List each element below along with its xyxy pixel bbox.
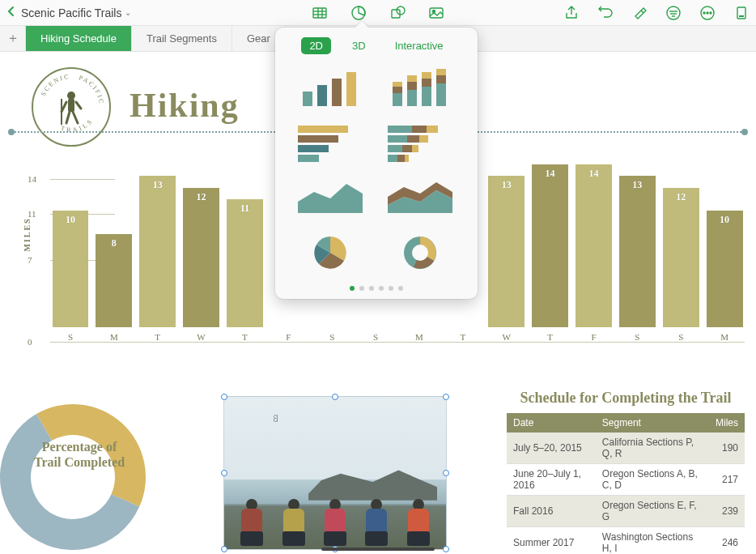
- svg-rect-50: [298, 155, 319, 162]
- thumb-area-stacked[interactable]: [388, 177, 452, 218]
- svg-rect-52: [412, 126, 427, 133]
- svg-rect-42: [422, 79, 431, 87]
- svg-rect-48: [298, 135, 338, 143]
- logo: SCENIC PACIFIC TRAILS: [31, 66, 112, 147]
- bar-col: 13S: [617, 176, 657, 342]
- svg-rect-37: [393, 82, 402, 87]
- bar-col: F: [268, 326, 308, 342]
- bar-col: 12S: [660, 188, 701, 343]
- resize-handle[interactable]: [332, 394, 338, 400]
- more-icon[interactable]: [699, 5, 716, 21]
- chart-picker-popover: 2D 3D Interactive: [275, 28, 478, 299]
- schedule-table[interactable]: DateSegmentMiles July 5–20, 2015Californ…: [507, 413, 745, 554]
- thumb-area[interactable]: [298, 177, 363, 218]
- svg-point-7: [397, 6, 405, 15]
- resize-handle[interactable]: [221, 394, 227, 400]
- chevron-down-icon[interactable]: ⌄: [125, 8, 131, 17]
- right-tools: [563, 5, 750, 21]
- resize-handle[interactable]: [221, 470, 227, 476]
- bar-col: 13T: [138, 176, 178, 342]
- svg-rect-31: [303, 92, 312, 106]
- svg-rect-34: [346, 72, 356, 106]
- svg-rect-49: [298, 145, 329, 152]
- thumb-hbar-stacked[interactable]: [388, 122, 452, 163]
- svg-rect-45: [436, 75, 446, 83]
- svg-rect-0: [313, 8, 326, 18]
- donut-label: Percentage of Trail Completed: [31, 439, 128, 470]
- svg-rect-32: [317, 85, 327, 106]
- svg-point-64: [412, 245, 428, 261]
- document-icon[interactable]: [733, 5, 750, 21]
- resize-handle[interactable]: [221, 546, 227, 552]
- svg-rect-51: [388, 126, 412, 133]
- svg-rect-40: [407, 75, 417, 82]
- bar-col: S: [312, 326, 352, 342]
- svg-point-15: [703, 12, 705, 14]
- table-title: Schedule for Completing the Trail: [507, 390, 745, 407]
- svg-rect-53: [427, 126, 438, 133]
- svg-rect-38: [407, 90, 417, 106]
- bar-col: M: [399, 326, 440, 342]
- svg-rect-36: [393, 87, 402, 93]
- title-bar: Scenic Pacific Trails ⌄: [0, 0, 756, 26]
- table-row[interactable]: June 20–July 1, 2016Oregon Sections A, B…: [507, 463, 745, 495]
- resize-handle[interactable]: [443, 546, 449, 552]
- bar-col: 14F: [574, 164, 614, 342]
- svg-rect-62: [405, 155, 409, 162]
- thumb-bar-stacked[interactable]: [388, 67, 452, 108]
- image-content: 𐐒: [224, 397, 446, 549]
- svg-rect-25: [68, 99, 74, 112]
- table-row[interactable]: July 5–20, 2015California Sections P, Q,…: [507, 433, 745, 464]
- filter-icon[interactable]: [665, 5, 682, 21]
- image-selection[interactable]: 𐐒: [223, 396, 447, 550]
- svg-point-17: [710, 12, 711, 14]
- thumb-pie[interactable]: [298, 232, 363, 273]
- tab-trail-segments[interactable]: Trail Segments: [132, 26, 232, 51]
- table-icon[interactable]: [312, 5, 328, 21]
- bar-col: 13W: [486, 176, 527, 342]
- add-sheet-button[interactable]: ＋: [0, 26, 26, 51]
- chart-type-tabs: 2D 3D Interactive: [275, 28, 478, 62]
- undo-icon[interactable]: [597, 5, 614, 21]
- schedule-table-wrap: Schedule for Completing the Trail DateSe…: [507, 390, 745, 554]
- back-icon[interactable]: [6, 6, 16, 20]
- table-row[interactable]: Summer 2017Washington Sections H, I246: [507, 526, 745, 554]
- resize-handle[interactable]: [443, 470, 449, 476]
- svg-rect-57: [388, 145, 402, 152]
- bar-col: T: [443, 326, 483, 342]
- svg-rect-59: [412, 145, 418, 152]
- svg-rect-47: [298, 126, 348, 133]
- page-dots[interactable]: [275, 279, 478, 291]
- svg-rect-44: [436, 83, 446, 106]
- svg-point-9: [433, 10, 435, 12]
- svg-point-16: [707, 12, 708, 14]
- shape-icon[interactable]: [389, 5, 406, 21]
- bar-col: 11T: [225, 199, 265, 342]
- resize-handle[interactable]: [443, 394, 449, 400]
- table-row[interactable]: Fall 2016Oregon Sections E, F, G239: [507, 495, 745, 526]
- svg-rect-60: [388, 155, 397, 162]
- svg-point-24: [67, 92, 75, 100]
- thumb-hbar-single[interactable]: [298, 122, 363, 163]
- media-icon[interactable]: [428, 5, 444, 21]
- tab-hiking-schedule[interactable]: Hiking Schedule: [26, 26, 132, 51]
- document-name[interactable]: Scenic Pacific Trails: [21, 6, 121, 19]
- svg-point-10: [667, 6, 680, 19]
- svg-rect-33: [332, 79, 342, 106]
- tab-2d[interactable]: 2D: [301, 37, 331, 54]
- thumb-bar-single[interactable]: [298, 67, 363, 108]
- tab-interactive[interactable]: Interactive: [387, 37, 452, 54]
- svg-rect-56: [419, 135, 428, 143]
- chart-icon[interactable]: [350, 5, 367, 21]
- tab-3d[interactable]: 3D: [344, 37, 374, 54]
- thumb-donut[interactable]: [388, 232, 452, 273]
- share-icon[interactable]: [563, 5, 580, 21]
- insert-tools: [312, 5, 444, 21]
- format-brush-icon[interactable]: [631, 5, 648, 21]
- bar-col: 8M: [94, 234, 134, 342]
- chart-thumbnails: [275, 62, 478, 279]
- svg-rect-41: [422, 87, 431, 106]
- bar-col: S: [355, 326, 396, 342]
- svg-rect-39: [407, 82, 417, 90]
- svg-rect-35: [393, 93, 402, 106]
